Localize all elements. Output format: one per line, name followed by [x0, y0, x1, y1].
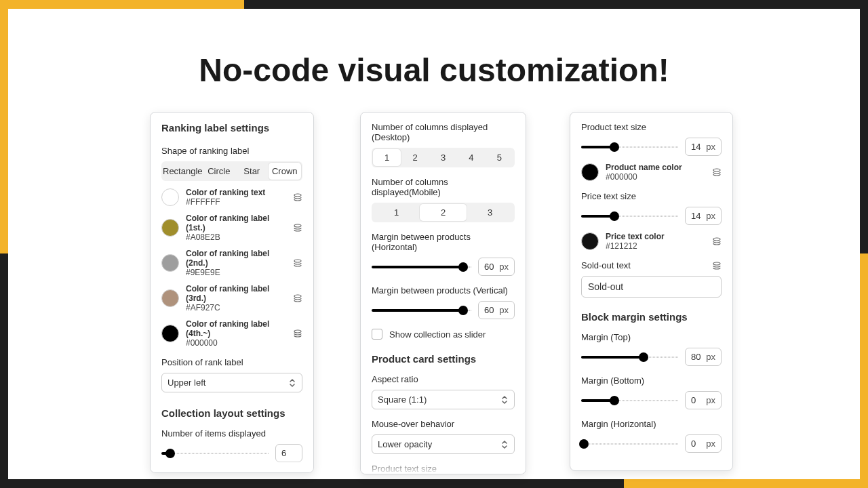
color-swatch[interactable] [161, 254, 179, 272]
color-row: Color of ranking text#FFFFFF [161, 188, 302, 207]
margin-v-slider[interactable] [372, 304, 471, 317]
slider-checkbox-label: Show collection as slider [389, 329, 486, 340]
panel-ranking-label: Ranking label settings Shape of ranking … [150, 112, 314, 473]
color-swatch[interactable] [161, 188, 179, 206]
position-select[interactable]: Upper left [161, 373, 302, 392]
svg-point-2 [294, 260, 301, 262]
headline: No-code visual customization! [8, 52, 860, 89]
shape-option-crown[interactable]: Crown [269, 163, 301, 180]
svg-point-4 [294, 330, 301, 333]
color-name: Color of ranking label (2nd.) [186, 249, 286, 268]
panel-product-text: Product text size 14 px Product name col… [570, 112, 733, 471]
mbot-label: Margin (Bottom) [581, 375, 722, 386]
stack-icon[interactable] [293, 258, 302, 268]
aspect-label: Aspect ratio [372, 374, 515, 384]
margin-h-slider[interactable] [372, 260, 471, 274]
soldout-value: Sold-out [588, 281, 623, 292]
slider-checkbox[interactable] [372, 329, 382, 340]
px-unit: px [706, 395, 715, 405]
ptext-label: Product text size [581, 122, 722, 132]
ptext-slider[interactable] [581, 140, 678, 154]
color-hex: #000000 [186, 338, 286, 348]
pname-color-hex: #000000 [606, 172, 705, 182]
color-swatch[interactable] [161, 325, 179, 342]
stack-icon[interactable] [293, 329, 302, 338]
cols-desktop-option-2[interactable]: 2 [401, 149, 429, 166]
cols-desktop-option-4[interactable]: 4 [457, 149, 485, 166]
shape-option-circle[interactable]: Circle [203, 163, 235, 180]
px-unit: px [706, 439, 715, 449]
color-swatch[interactable] [161, 219, 179, 237]
mbot-slider[interactable] [581, 394, 678, 407]
svg-point-6 [713, 238, 720, 241]
color-swatch[interactable] [161, 289, 179, 307]
mbot-value-box[interactable]: 0 px [685, 391, 722, 409]
mhz-slider[interactable] [581, 437, 678, 451]
mouse-value: Lower opacity [378, 439, 432, 449]
cols-mobile-option-1[interactable]: 1 [373, 204, 420, 221]
price-color-hex: #121212 [606, 241, 705, 251]
shape-label: Shape of ranking label [161, 146, 302, 156]
shape-segmented[interactable]: RectangleCircleStarCrown [161, 161, 302, 181]
ptext-value: 14 [691, 142, 701, 152]
stack-icon[interactable] [293, 223, 302, 232]
px-unit: px [706, 352, 715, 362]
cols-mobile-seg[interactable]: 123 [372, 203, 515, 222]
cols-desktop-option-5[interactable]: 5 [486, 149, 513, 166]
text-size-label: Product text size [372, 464, 515, 474]
soldout-label: Sold-out text [581, 260, 631, 270]
layout-title: Collection layout settings [161, 407, 302, 419]
color-row: Color of ranking label (3rd.)#AF927C [161, 284, 302, 312]
price-size-slider[interactable] [581, 209, 678, 223]
svg-point-1 [294, 224, 301, 227]
shape-option-rectangle[interactable]: Rectangle [163, 163, 203, 180]
mhz-value-box[interactable]: 0 px [685, 434, 722, 453]
mtop-value-box[interactable]: 80 px [685, 348, 722, 366]
color-name: Color of ranking text [186, 188, 286, 197]
px-unit: px [499, 305, 509, 315]
price-color-swatch[interactable] [581, 232, 599, 250]
shape-option-star[interactable]: Star [235, 163, 268, 180]
select-arrows-icon [500, 440, 509, 449]
mtop-slider[interactable] [581, 350, 678, 364]
price-size-value-box[interactable]: 14 px [685, 207, 722, 225]
ranking-title: Ranking label settings [161, 122, 302, 134]
cols-mobile-option-2[interactable]: 2 [420, 204, 467, 221]
margin-h-label: Margin between products (Horizontal) [372, 232, 515, 252]
cols-mobile-option-3[interactable]: 3 [467, 204, 513, 221]
price-size-value: 14 [691, 211, 701, 221]
items-value-box[interactable]: 6 [275, 444, 302, 462]
mouse-select[interactable]: Lower opacity [372, 434, 515, 454]
margin-h-value-box[interactable]: 60 px [478, 258, 515, 276]
margin-v-value: 60 [484, 305, 494, 315]
stack-icon[interactable] [293, 192, 302, 202]
stack-icon[interactable] [712, 237, 722, 246]
cols-desktop-trailing: Number of columns displayed (Desktop) [161, 472, 302, 473]
cols-desktop-option-3[interactable]: 3 [429, 149, 457, 166]
items-label: Number of items displayed [161, 428, 302, 439]
cols-desktop-label: Number of columns displayed (Desktop) [372, 122, 515, 142]
items-slider[interactable] [161, 447, 269, 460]
margin-v-label: Margin between products (Vertical) [372, 285, 515, 296]
color-hex: #9E9E9E [186, 268, 286, 277]
select-arrows-icon [500, 395, 509, 405]
cols-desktop-option-1[interactable]: 1 [373, 149, 401, 166]
ptext-value-box[interactable]: 14 px [685, 138, 722, 156]
pname-color-swatch[interactable] [581, 163, 599, 181]
color-name: Color of ranking label (1st.) [186, 214, 286, 232]
mtop-value: 80 [691, 352, 701, 362]
position-label: Position of rank label [161, 357, 302, 367]
cols-mobile-label: Number of columns displayed(Mobile) [372, 177, 515, 197]
stack-icon[interactable] [712, 167, 722, 177]
cols-desktop-seg[interactable]: 12345 [372, 148, 515, 167]
stack-icon[interactable] [293, 293, 302, 303]
aspect-select[interactable]: Square (1:1) [372, 390, 515, 409]
panel-collection-layout: Number of columns displayed (Desktop) 12… [360, 112, 526, 474]
color-hex: #A08E2B [186, 232, 286, 242]
soldout-input[interactable]: Sold-out [581, 276, 722, 298]
stack-icon[interactable] [712, 261, 722, 270]
price-color-name: Price text color [606, 232, 705, 241]
svg-point-0 [294, 194, 301, 197]
margin-v-value-box[interactable]: 60 px [478, 301, 515, 319]
margin-h-value: 60 [484, 262, 494, 272]
